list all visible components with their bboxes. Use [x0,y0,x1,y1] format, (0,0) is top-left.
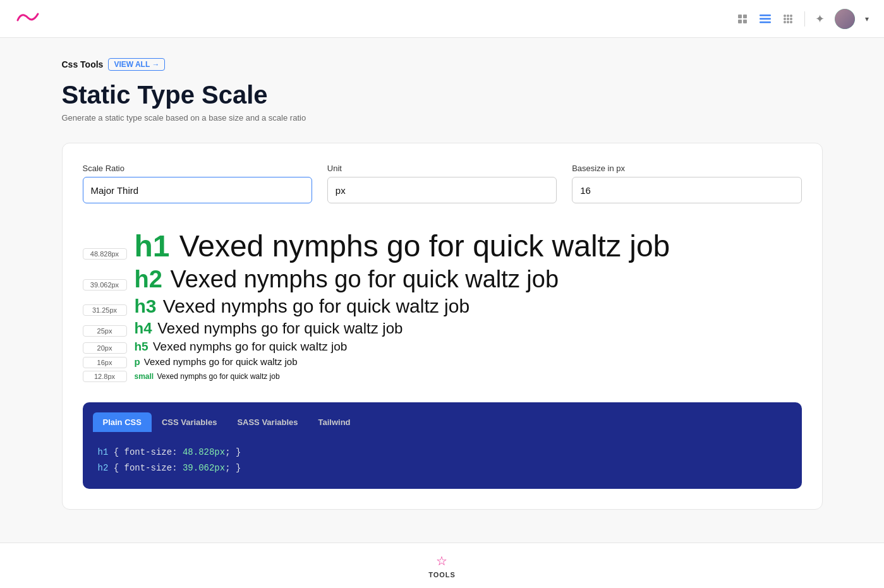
preview-text: p Vexed nymphs go for quick waltz job [135,356,298,367]
code-selector: h2 [98,463,109,473]
logo[interactable] [15,9,40,29]
size-badge: 20px [83,342,127,354]
size-badge: 31.25px [83,304,127,316]
tools-nav-item[interactable]: ☆ TOOLS [428,553,456,579]
preview-text: h1 Vexed nymphs go for quick waltz job [135,229,670,263]
tag-label: small [135,372,154,381]
type-scale-row: 48.828px h1 Vexed nymphs go for quick wa… [83,229,802,263]
scale-ratio-group: Scale Ratio [83,164,312,203]
type-scale-row: 20px h5 Vexed nymphs go for quick waltz … [83,340,802,354]
code-tab[interactable]: SASS Variables [227,412,308,432]
code-property: { font-size: [108,447,183,457]
svg-rect-3 [743,20,747,23]
tag-label: h4 [135,320,152,337]
view-all-link[interactable]: VIEW ALL → [108,58,165,71]
size-badge: 25px [83,325,127,337]
apps-icon[interactable] [782,13,794,25]
preview-content: Vexed nymphs go for quick waltz job [157,320,403,337]
code-value: 39.062px [183,463,225,473]
preview-content: Vexed nymphs go for quick waltz job [153,340,347,353]
avatar-chevron-icon[interactable]: ▾ [865,15,869,23]
breadcrumb: Css Tools VIEW ALL → [62,58,823,71]
svg-rect-1 [743,15,747,18]
type-scale-list: 48.828px h1 Vexed nymphs go for quick wa… [83,229,802,382]
code-tab[interactable]: CSS Variables [152,412,227,432]
avatar-image [835,9,855,29]
type-scale-row: 25px h4 Vexed nymphs go for quick waltz … [83,320,802,337]
basesize-group: Basesize in px [572,164,801,203]
theme-toggle[interactable]: ✦ [815,12,825,26]
code-body: h1 { font-size: 48.828px; }h2 { font-siz… [83,432,802,489]
size-badge: 39.062px [83,279,127,291]
preview-content: Vexed nymphs go for quick waltz job [157,372,280,381]
tag-label: h1 [135,229,170,263]
preview-text: h4 Vexed nymphs go for quick waltz job [135,320,403,337]
svg-rect-0 [738,15,742,18]
svg-point-9 [790,15,792,17]
preview-content: Vexed nymphs go for quick waltz job [163,296,469,316]
unit-input[interactable] [327,177,557,203]
code-tab[interactable]: Tailwind [308,412,361,432]
type-scale-row: 31.25px h3 Vexed nymphs go for quick wal… [83,296,802,317]
preview-text: h2 Vexed nymphs go for quick waltz job [135,266,559,293]
code-line: h1 { font-size: 48.828px; } [98,445,787,460]
scale-ratio-label: Scale Ratio [83,164,312,173]
tag-label: h2 [135,266,162,292]
tag-label: h3 [135,296,157,316]
preview-content: Vexed nymphs go for quick waltz job [170,266,559,292]
nav-divider [804,11,805,27]
tag-label: p [135,356,140,367]
svg-rect-5 [760,18,771,20]
bottom-navigation: ☆ TOOLS [0,543,884,588]
grid-icon[interactable] [736,13,749,25]
breadcrumb-section: Css Tools [62,59,104,69]
code-property-end: ; } [225,463,241,473]
code-tab[interactable]: Plain CSS [93,412,152,432]
code-selector: h1 [98,447,109,457]
code-property: { font-size: [108,463,183,473]
svg-point-7 [784,15,786,17]
top-navigation: ✦ ▾ [0,0,884,38]
preview-text: h5 Vexed nymphs go for quick waltz job [135,340,348,354]
tools-nav-label: TOOLS [428,571,456,579]
svg-point-10 [784,18,786,20]
form-row: Scale Ratio Unit Basesize in px [83,164,802,203]
preview-content: Vexed nymphs go for quick waltz job [179,229,670,263]
svg-rect-6 [760,21,771,23]
svg-point-13 [784,21,786,23]
code-panel: Plain CSSCSS VariablesSASS VariablesTail… [83,402,802,489]
basesize-label: Basesize in px [572,164,801,173]
code-value: 48.828px [183,447,225,457]
svg-point-8 [787,15,789,17]
main-card: Scale Ratio Unit Basesize in px 48.828px… [62,143,823,510]
tag-label: h5 [135,340,148,353]
svg-point-14 [787,21,789,23]
page-description: Generate a static type scale based on a … [62,113,823,123]
size-badge: 48.828px [83,248,127,260]
svg-point-15 [790,21,792,23]
svg-point-11 [787,18,789,20]
size-badge: 16px [83,357,127,368]
page-title: Static Type Scale [62,81,823,109]
preview-text: h3 Vexed nymphs go for quick waltz job [135,296,470,317]
svg-point-12 [790,18,792,20]
avatar[interactable] [835,9,855,29]
tools-star-icon: ☆ [436,553,447,568]
nav-right: ✦ ▾ [736,9,869,29]
scale-ratio-input[interactable] [83,177,312,203]
main-content: Css Tools VIEW ALL → Static Type Scale G… [32,38,853,530]
code-property-end: ; } [225,447,241,457]
preview-text: small Vexed nymphs go for quick waltz jo… [135,372,280,381]
unit-group: Unit [327,164,557,203]
size-badge: 12.8px [83,371,127,382]
preview-content: Vexed nymphs go for quick waltz job [144,356,298,367]
unit-label: Unit [327,164,557,173]
type-scale-row: 39.062px h2 Vexed nymphs go for quick wa… [83,266,802,293]
svg-rect-2 [738,20,742,23]
list-icon[interactable] [759,13,772,25]
code-tabs: Plain CSSCSS VariablesSASS VariablesTail… [83,402,802,432]
type-scale-row: 16px p Vexed nymphs go for quick waltz j… [83,356,802,368]
type-scale-row: 12.8px small Vexed nymphs go for quick w… [83,371,802,382]
code-line: h2 { font-size: 39.062px; } [98,460,787,476]
basesize-input[interactable] [572,177,801,203]
